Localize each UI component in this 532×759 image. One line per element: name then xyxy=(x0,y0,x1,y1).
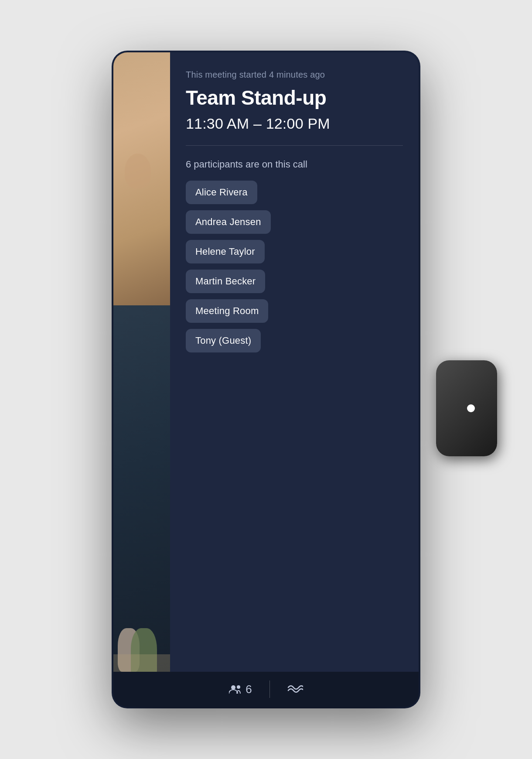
waves-section[interactable] xyxy=(270,684,321,694)
hub-camera-dot xyxy=(467,404,475,412)
meeting-title: Team Stand-up xyxy=(186,87,403,109)
video-thumb-top xyxy=(113,52,170,305)
participant-chip-andrea[interactable]: Andrea Jensen xyxy=(186,210,271,234)
participant-chip-alice[interactable]: Alice Rivera xyxy=(186,181,257,204)
participant-count: 6 xyxy=(246,683,252,696)
participant-chip-tony[interactable]: Tony (Guest) xyxy=(186,329,261,352)
people-icon xyxy=(229,684,241,694)
bottom-bar: 6 xyxy=(113,672,419,707)
participant-chip-martin[interactable]: Martin Becker xyxy=(186,270,265,293)
svg-point-0 xyxy=(231,685,235,690)
meeting-time: 11:30 AM – 12:00 PM xyxy=(186,115,403,132)
participant-name-tony: Tony (Guest) xyxy=(195,335,251,346)
participant-name-alice: Alice Rivera xyxy=(195,187,248,198)
meeting-status: This meeting started 4 minutes ago xyxy=(186,70,403,80)
side-hub xyxy=(436,360,497,456)
video-thumb-bottom xyxy=(113,305,170,707)
participant-name-meetingroom: Meeting Room xyxy=(195,305,259,317)
waves-icon[interactable] xyxy=(287,684,303,694)
main-panel: This meeting started 4 minutes ago Team … xyxy=(170,52,419,672)
participant-chip-meetingroom[interactable]: Meeting Room xyxy=(186,299,268,323)
participants-label: 6 participants are on this call xyxy=(186,159,403,170)
device: This meeting started 4 minutes ago Team … xyxy=(113,52,419,707)
screen: This meeting started 4 minutes ago Team … xyxy=(113,52,419,707)
participant-name-andrea: Andrea Jensen xyxy=(195,216,261,228)
divider xyxy=(186,145,403,146)
participant-chip-helene[interactable]: Helene Taylor xyxy=(186,240,265,263)
svg-point-1 xyxy=(237,685,240,689)
video-area xyxy=(113,52,170,707)
participant-name-helene: Helene Taylor xyxy=(195,246,255,257)
participants-list: Alice Rivera Andrea Jensen Helene Taylor… xyxy=(186,181,403,352)
participant-name-martin: Martin Becker xyxy=(195,276,256,287)
device-wrapper: This meeting started 4 minutes ago Team … xyxy=(70,31,462,728)
people-section: 6 xyxy=(211,683,269,696)
